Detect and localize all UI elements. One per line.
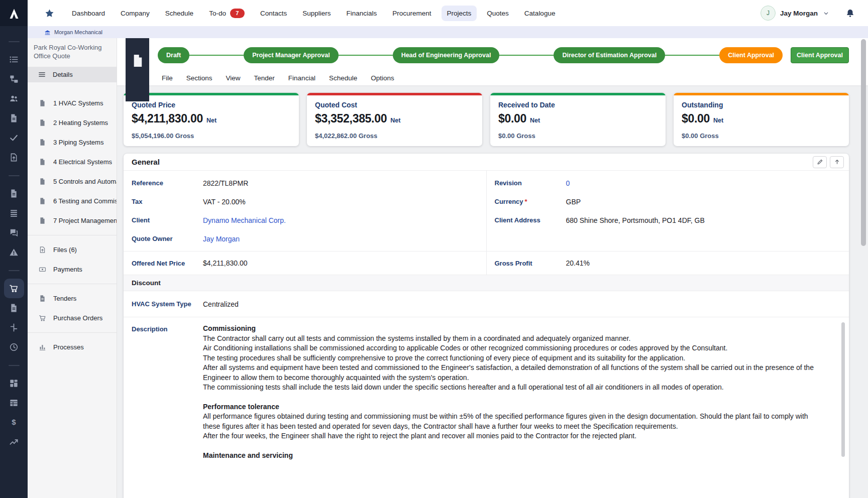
stat-accent-bar bbox=[124, 93, 299, 95]
field-description: Description Commissioning The Contractor… bbox=[124, 317, 849, 460]
workflow-icon[interactable] bbox=[4, 69, 24, 89]
section-label: 6 Testing and Commissioning bbox=[53, 197, 117, 205]
step-head-of-engineering-approval[interactable]: Head of Engineering Approval bbox=[393, 47, 500, 63]
sidebar-item-purchase-orders[interactable]: Purchase Orders bbox=[28, 308, 117, 328]
field-currency: Currency*GBP bbox=[487, 192, 849, 211]
description-scrollbar[interactable] bbox=[841, 322, 845, 457]
quote-owner-link[interactable]: Jay Morgan bbox=[203, 235, 240, 243]
discount-subheader: Discount bbox=[124, 275, 849, 291]
user-menu[interactable]: J Jay Morgan bbox=[761, 6, 855, 21]
step-draft[interactable]: Draft bbox=[158, 47, 189, 63]
cart-icon[interactable] bbox=[4, 279, 24, 298]
list-icon[interactable] bbox=[4, 50, 24, 69]
menu-file[interactable]: File bbox=[162, 74, 173, 82]
user-name: Jay Morgan bbox=[780, 10, 818, 17]
breadcrumb: Morgan Mechanical bbox=[28, 26, 868, 38]
quotes-icon[interactable] bbox=[4, 298, 24, 318]
sidebar-item-payments[interactable]: Payments bbox=[28, 260, 117, 279]
field-value: Centralized bbox=[203, 300, 239, 308]
field-label: HVAC System Type bbox=[132, 300, 203, 308]
nav-item-company[interactable]: Company bbox=[115, 6, 155, 21]
documents-icon[interactable] bbox=[4, 108, 24, 128]
app-logo[interactable] bbox=[0, 0, 28, 26]
field-client: ClientDynamo Mechanical Corp. bbox=[124, 211, 486, 229]
nav-item-financials[interactable]: Financials bbox=[341, 6, 382, 21]
users-icon[interactable] bbox=[4, 89, 24, 108]
quote-document-tab[interactable] bbox=[126, 38, 149, 101]
adjustments-icon[interactable] bbox=[4, 318, 24, 337]
sidebar-item-processes[interactable]: Processes bbox=[28, 337, 117, 357]
menu-options[interactable]: Options bbox=[371, 74, 394, 82]
document-icon bbox=[39, 197, 46, 205]
description-line: The Contractor shall carry out all tests… bbox=[203, 334, 827, 344]
field-label: Quote Owner bbox=[132, 235, 203, 242]
page-scrollbar[interactable] bbox=[861, 39, 866, 246]
document-icon bbox=[39, 295, 46, 302]
sidebar-section-3[interactable]: 3 Piping Systems bbox=[28, 133, 117, 152]
description-line: After all systems and equipment have bee… bbox=[203, 363, 827, 383]
menu-financial[interactable]: Financial bbox=[288, 74, 315, 82]
rail-divider bbox=[9, 33, 20, 50]
time-clock-icon[interactable] bbox=[4, 337, 24, 357]
field-label: Revision bbox=[495, 179, 566, 187]
sidebar-section-2[interactable]: 2 Heating Systems bbox=[28, 113, 117, 133]
general-title: General bbox=[132, 158, 160, 166]
breadcrumb-company[interactable]: Morgan Mechanical bbox=[54, 29, 102, 35]
nav-item-projects[interactable]: Projects bbox=[442, 6, 477, 21]
nav-item-catalogue[interactable]: Catalogue bbox=[519, 6, 561, 21]
approvals-check-icon[interactable] bbox=[4, 128, 24, 148]
nav-item-schedule[interactable]: Schedule bbox=[160, 6, 199, 21]
notifications-bell-icon[interactable] bbox=[845, 9, 855, 18]
menu-view[interactable]: View bbox=[226, 74, 241, 82]
field-label: Tax bbox=[132, 198, 203, 205]
nav-item-quotes[interactable]: Quotes bbox=[481, 6, 514, 21]
rows-icon[interactable] bbox=[4, 203, 24, 223]
field-reference: Reference2822/TL8PMR bbox=[124, 174, 486, 192]
dashboard-icon[interactable] bbox=[4, 374, 24, 393]
finance-dollar-icon[interactable]: $ bbox=[4, 413, 24, 432]
sidebar-item-details[interactable]: Details bbox=[28, 67, 117, 82]
nav-item-suppliers[interactable]: Suppliers bbox=[297, 6, 336, 21]
sidebar-section-6[interactable]: 6 Testing and Commissioning bbox=[28, 191, 117, 211]
stat-gross-value: $0.00 Gross bbox=[682, 132, 841, 140]
sidebar-section-4[interactable]: 4 Electrical Systems bbox=[28, 152, 117, 172]
stat-gross-value: $0.00 Gross bbox=[498, 132, 658, 140]
nav-item-todo[interactable]: To-do 7 bbox=[203, 5, 250, 22]
file-export-icon[interactable] bbox=[4, 148, 24, 167]
client-approval-button[interactable]: Client Approval bbox=[791, 47, 849, 63]
client-link[interactable]: Dynamo Mechanical Corp. bbox=[203, 216, 286, 224]
sidebar-section-7[interactable]: 7 Project Management bbox=[28, 211, 117, 230]
issues-warning-icon[interactable] bbox=[4, 242, 24, 262]
required-asterisk: * bbox=[525, 198, 527, 205]
nav-item-procurement[interactable]: Procurement bbox=[387, 6, 437, 21]
tables-icon[interactable] bbox=[4, 393, 24, 413]
sidebar-item-tenders[interactable]: Tenders bbox=[28, 289, 117, 308]
messages-icon[interactable] bbox=[4, 223, 24, 242]
trends-icon[interactable] bbox=[4, 432, 24, 452]
step-client-approval[interactable]: Client Approval bbox=[719, 47, 783, 63]
invoices-icon[interactable] bbox=[4, 184, 24, 203]
sidebar-item-files[interactable]: Files (6) bbox=[28, 240, 117, 260]
field-label: Reference bbox=[132, 179, 203, 187]
rail-divider bbox=[9, 262, 20, 279]
step-project-manager-approval[interactable]: Project Manager Approval bbox=[244, 47, 338, 63]
favorites-star-icon[interactable] bbox=[45, 9, 54, 18]
avatar[interactable]: J bbox=[761, 6, 776, 21]
sidebar-section-5[interactable]: 5 Controls and Automation bbox=[28, 172, 117, 191]
menu-sections[interactable]: Sections bbox=[186, 74, 212, 82]
nav-item-todo-label: To-do bbox=[209, 10, 226, 17]
export-button[interactable] bbox=[830, 156, 844, 168]
step-director-of-estimation-approval[interactable]: Director of Estimation Approval bbox=[554, 47, 665, 63]
edit-button[interactable] bbox=[813, 156, 827, 168]
field-quote-owner: Quote OwnerJay Morgan bbox=[124, 229, 486, 248]
sidebar-item-label: Purchase Orders bbox=[53, 314, 102, 322]
field-value: VAT - 20.00% bbox=[203, 198, 246, 206]
sidebar-section-1[interactable]: 1 HVAC Systems bbox=[28, 93, 117, 113]
revision-link[interactable]: 0 bbox=[566, 179, 570, 187]
nav-item-contacts[interactable]: Contacts bbox=[255, 6, 292, 21]
field-value: 680 Shine Shore, Portsmouth, PO1 4DF, GB bbox=[566, 216, 705, 224]
menu-schedule[interactable]: Schedule bbox=[329, 74, 357, 82]
nav-item-dashboard[interactable]: Dashboard bbox=[66, 6, 111, 21]
todo-count-badge: 7 bbox=[230, 9, 245, 18]
menu-tender[interactable]: Tender bbox=[254, 74, 275, 82]
